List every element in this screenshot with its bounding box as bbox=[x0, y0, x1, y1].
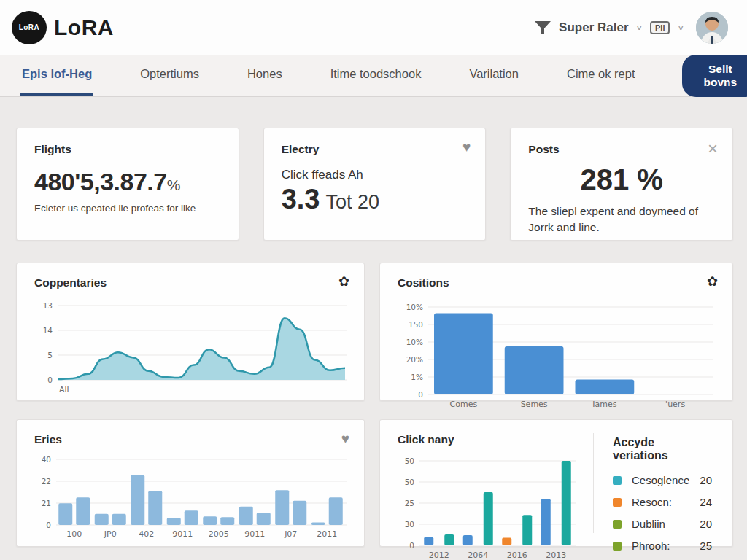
svg-text:J07: J07 bbox=[284, 529, 297, 539]
sellt-bovns-button[interactable]: Sellt bovns bbox=[682, 55, 747, 97]
svg-text:2013: 2013 bbox=[546, 551, 566, 560]
tab-varilation[interactable]: Varilation bbox=[468, 55, 520, 96]
coppentaries-card: Coppentaries ✿ 131450All bbox=[16, 262, 365, 401]
svg-text:5: 5 bbox=[47, 351, 53, 359]
legend-value: 20 bbox=[700, 518, 712, 530]
electry-subtitle: Click ffeads Ah bbox=[282, 168, 468, 182]
legend-swatch-icon bbox=[613, 542, 622, 551]
svg-text:0: 0 bbox=[418, 390, 423, 399]
legend-label: Dubliin bbox=[632, 518, 665, 530]
svg-text:25: 25 bbox=[405, 499, 414, 508]
svg-text:2012: 2012 bbox=[429, 551, 449, 560]
main-nav: Epis lof-HegOptertiumsHonesItime toodsch… bbox=[0, 55, 747, 97]
svg-text:JP0: JP0 bbox=[104, 529, 117, 539]
tab-hones[interactable]: Hones bbox=[246, 55, 284, 96]
svg-text:0: 0 bbox=[409, 541, 414, 550]
legend-title: Accyde veriations bbox=[613, 436, 712, 462]
svg-text:0: 0 bbox=[46, 521, 51, 529]
tab-optertiums[interactable]: Optertiums bbox=[139, 55, 201, 96]
svg-text:2064: 2064 bbox=[468, 551, 488, 560]
electry-title: Electry bbox=[282, 143, 468, 156]
user-menu-label[interactable]: Super Raler bbox=[559, 20, 628, 35]
electry-value: 3.3Tot 20 bbox=[282, 184, 468, 215]
legend-label: Cesoglence bbox=[632, 474, 689, 486]
user-avatar[interactable] bbox=[696, 12, 728, 44]
flights-card: Flights 480'5,3.87.7% Ecleter us cpeated… bbox=[16, 128, 239, 241]
svg-text:2011: 2011 bbox=[317, 529, 337, 539]
svg-text:40: 40 bbox=[42, 455, 51, 464]
svg-text:10%: 10% bbox=[406, 338, 423, 346]
legend-value: 20 bbox=[700, 474, 712, 486]
legend-panel: Accyde veriations Cesoglence20Resocn:24D… bbox=[594, 433, 732, 533]
svg-text:9011: 9011 bbox=[172, 529, 193, 539]
gear-icon[interactable]: ✿ bbox=[338, 275, 349, 288]
app-logo[interactable]: LoRA LoRA bbox=[12, 11, 114, 44]
legend-item: Phrooh:25 bbox=[613, 540, 712, 552]
coppentaries-title: Coppentaries bbox=[34, 276, 347, 289]
dashboard-content: Flights 480'5,3.87.7% Ecleter us cpeated… bbox=[0, 97, 747, 547]
tab-epis-lof-heg[interactable]: Epis lof-Heg bbox=[20, 55, 93, 96]
language-badge[interactable]: Pil bbox=[650, 21, 670, 34]
svg-text:14: 14 bbox=[43, 326, 53, 335]
svg-text:9011: 9011 bbox=[244, 529, 265, 539]
eries-card: Eries ♥ 4022210100JP0402901120059011J072… bbox=[16, 419, 365, 547]
logo-badge-icon: LoRA bbox=[12, 11, 47, 44]
posts-value: 281 % bbox=[528, 163, 715, 196]
clicknany-bar-chart: 5050253002012206420162013 bbox=[398, 454, 589, 560]
flights-title: Flights bbox=[34, 143, 221, 156]
legend-label: Phrooh: bbox=[632, 540, 670, 552]
heart-icon[interactable]: ♥ bbox=[341, 432, 349, 446]
flights-description: Ecleter us cpeated lie profeas for like bbox=[34, 203, 221, 214]
cositions-card: Cositions ✿ 10%15010%20%1%0ComesSemesIam… bbox=[379, 262, 733, 401]
electry-card: Electry ♥ Click ffeads Ah 3.3Tot 20 bbox=[263, 128, 487, 241]
eries-title: Eries bbox=[34, 433, 347, 446]
svg-text:Comes: Comes bbox=[450, 400, 478, 409]
legend-item: Resocn:24 bbox=[613, 496, 712, 508]
svg-text:30: 30 bbox=[405, 520, 414, 529]
legend-swatch-icon bbox=[613, 520, 622, 529]
legend-swatch-icon bbox=[613, 498, 622, 507]
close-icon[interactable]: × bbox=[708, 140, 718, 158]
legend-item: Cesoglence20 bbox=[613, 474, 712, 486]
svg-text:100: 100 bbox=[66, 529, 82, 539]
legend-swatch-icon bbox=[613, 476, 622, 485]
svg-text:All: All bbox=[59, 385, 69, 394]
cositions-title: Cositions bbox=[398, 276, 715, 289]
svg-text:2005: 2005 bbox=[209, 529, 229, 539]
chevron-down-icon[interactable]: ∨ bbox=[636, 23, 643, 31]
posts-title: Posts bbox=[528, 143, 715, 156]
heart-icon[interactable]: ♥ bbox=[462, 140, 471, 154]
svg-text:22: 22 bbox=[42, 477, 51, 486]
clicknany-card: Click nany 5050253002012206420162013 Acc… bbox=[379, 419, 733, 547]
svg-text:1%: 1% bbox=[411, 373, 423, 381]
legend-value: 24 bbox=[700, 496, 712, 508]
chevron-down-icon[interactable]: ∨ bbox=[677, 23, 684, 31]
legend-item: Dubliin20 bbox=[613, 518, 712, 530]
svg-text:13: 13 bbox=[43, 301, 53, 310]
svg-text:50: 50 bbox=[405, 456, 414, 465]
svg-text:Iames: Iames bbox=[592, 400, 616, 409]
avatar-photo bbox=[696, 12, 728, 44]
legend-value: 25 bbox=[700, 540, 712, 552]
app-header: LoRA LoRA Super Raler ∨ Pil ∨ bbox=[0, 0, 747, 55]
gear-icon[interactable]: ✿ bbox=[707, 275, 718, 288]
svg-text:21: 21 bbox=[42, 499, 51, 508]
coppentaries-area-chart: 131450All bbox=[34, 297, 347, 400]
svg-text:20%: 20% bbox=[406, 355, 423, 364]
svg-text:0: 0 bbox=[47, 376, 53, 384]
eries-bar-chart: 4022210100JP0402901120059011J072011 bbox=[34, 454, 347, 545]
tab-cime-ok-rept[interactable]: Cime ok rept bbox=[565, 55, 637, 96]
logo-text: LoRA bbox=[54, 15, 114, 40]
funnel-icon bbox=[534, 20, 551, 35]
cositions-bar-chart: 10%15010%20%1%0ComesSemesIames'uers bbox=[398, 297, 715, 415]
svg-text:150: 150 bbox=[409, 320, 423, 329]
svg-text:50: 50 bbox=[405, 478, 414, 486]
svg-text:'uers: 'uers bbox=[665, 400, 685, 409]
svg-text:Semes: Semes bbox=[521, 400, 548, 409]
tab-itime-toodschook[interactable]: Itime toodschook bbox=[329, 55, 423, 96]
legend-label: Resocn: bbox=[632, 496, 672, 508]
svg-text:402: 402 bbox=[139, 529, 154, 539]
svg-text:2016: 2016 bbox=[507, 551, 527, 560]
svg-text:10%: 10% bbox=[406, 303, 423, 311]
flights-value: 480'5,3.87.7% bbox=[34, 168, 221, 196]
